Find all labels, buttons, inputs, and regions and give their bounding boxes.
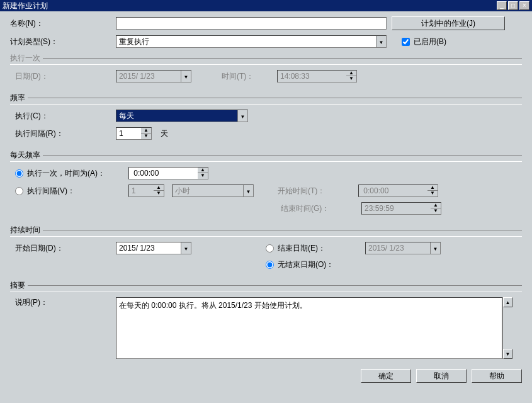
once-time-label: 时间(T)：	[222, 71, 272, 82]
once-group-title: 执行一次	[10, 53, 43, 64]
daily-every-unit-value: 小时	[173, 185, 243, 196]
cancel-button[interactable]: 取消	[416, 369, 467, 383]
daily-once-time-value[interactable]	[128, 167, 198, 179]
name-input[interactable]	[116, 17, 387, 30]
description-textarea[interactable]	[116, 297, 502, 359]
enabled-checkbox[interactable]	[402, 38, 410, 46]
daily-group-title: 每天频率	[10, 150, 43, 161]
window-title: 新建作业计划	[3, 1, 48, 11]
chevron-down-icon	[243, 185, 253, 196]
exec-interval-label: 执行间隔(R)：	[15, 128, 111, 139]
daily-once-label: 执行一次，时间为(A)：	[27, 168, 105, 179]
close-button[interactable]: ×	[519, 1, 529, 10]
window-buttons: _ □ ×	[497, 1, 529, 10]
schedule-type-label: 计划类型(S)：	[10, 37, 111, 47]
exec-interval-value[interactable]	[116, 127, 141, 140]
ok-button[interactable]: 确定	[361, 369, 411, 383]
description-label: 说明(P)：	[15, 297, 111, 308]
scrollbar[interactable]: ▲ ▼	[502, 297, 512, 359]
once-time-spinner: ▲▼	[277, 70, 357, 82]
once-date-value: 2015/ 1/23	[116, 71, 181, 82]
minimize-button[interactable]: _	[497, 1, 507, 10]
no-end-date-label: 无结束日期(O)：	[278, 259, 334, 270]
once-date-picker: 2015/ 1/23	[116, 70, 191, 82]
execute-select[interactable]: 每天	[116, 110, 248, 122]
schedule-type-select[interactable]: 重复执行	[116, 35, 387, 48]
once-date-label: 日期(D)：	[15, 71, 111, 82]
titlebar: 新建作业计划 _ □ ×	[0, 0, 532, 11]
start-time-value	[358, 184, 427, 197]
schedule-type-value: 重复执行	[116, 36, 376, 47]
jobs-in-schedule-button[interactable]: 计划中的作业(J)	[392, 16, 505, 30]
end-date-value: 2015/ 1/23	[366, 242, 430, 254]
no-end-date-radio[interactable]	[266, 261, 274, 269]
start-time-label: 开始时间(T)：	[278, 186, 353, 196]
end-date-radio[interactable]	[266, 244, 274, 253]
chevron-down-icon	[376, 36, 386, 47]
duration-group-title: 持续时间	[10, 225, 43, 236]
exec-interval-spinner[interactable]: ▲▼	[116, 127, 152, 140]
interval-unit-label: 天	[161, 128, 168, 139]
end-time-value	[361, 202, 431, 215]
execute-label: 执行(C)：	[15, 111, 111, 122]
daily-every-n-spinner: ▲▼	[128, 184, 164, 197]
end-time-label: 结束时间(G)：	[281, 203, 356, 214]
end-date-picker: 2015/ 1/23	[365, 242, 441, 254]
daily-every-unit-select: 小时	[172, 184, 254, 197]
enabled-label: 已启用(B)	[414, 37, 446, 47]
daily-every-label: 执行间隔(V)：	[27, 186, 75, 196]
chevron-down-icon	[181, 71, 191, 82]
summary-group-title: 摘要	[10, 280, 28, 291]
chevron-down-icon	[181, 242, 191, 254]
scroll-down-icon[interactable]: ▼	[503, 349, 512, 359]
start-date-label: 开始日期(D)：	[15, 243, 111, 254]
end-time-spinner: ▲▼	[361, 202, 441, 215]
maximize-button[interactable]: □	[508, 1, 518, 10]
execute-value: 每天	[116, 110, 237, 122]
freq-group-title: 频率	[10, 93, 28, 103]
daily-every-n-value	[128, 184, 154, 197]
scroll-up-icon[interactable]: ▲	[503, 297, 512, 307]
start-date-value: 2015/ 1/23	[116, 242, 181, 254]
start-time-spinner: ▲▼	[358, 184, 438, 197]
chevron-down-icon	[430, 242, 440, 254]
daily-once-time-spinner[interactable]: ▲▼	[128, 167, 208, 179]
start-date-picker[interactable]: 2015/ 1/23	[116, 242, 191, 254]
help-button[interactable]: 帮助	[472, 369, 522, 383]
end-date-label: 结束日期(E)：	[278, 243, 325, 254]
chevron-down-icon	[237, 110, 247, 122]
once-time-value	[277, 70, 346, 82]
daily-every-radio[interactable]	[15, 187, 23, 195]
name-label: 名称(N)：	[10, 18, 111, 29]
daily-once-radio[interactable]	[15, 169, 23, 178]
